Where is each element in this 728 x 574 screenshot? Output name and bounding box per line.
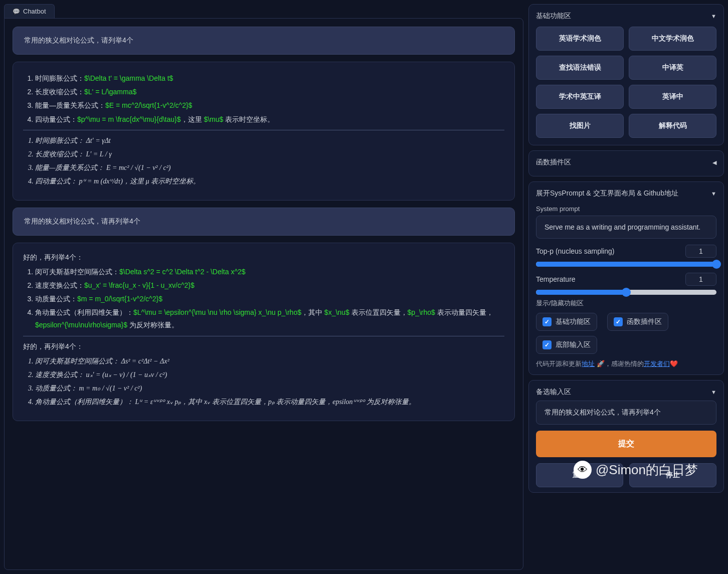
checkbox-bottom-input[interactable]: ✓ 底部输入区 bbox=[536, 336, 597, 354]
submit-button[interactable]: 提交 bbox=[536, 431, 716, 457]
chevron-left-icon: ◀ bbox=[712, 159, 716, 166]
alt-text-input[interactable]: 常用的狭义相对论公式，请再列举4个 bbox=[536, 401, 716, 425]
topp-input[interactable]: 1 bbox=[685, 245, 716, 258]
temperature-label: Temperature bbox=[536, 275, 576, 283]
toggle-section-label: 显示/隐藏功能区 bbox=[536, 299, 716, 308]
system-prompt-input[interactable]: Serve me as a writing and programming as… bbox=[536, 216, 716, 239]
action-button[interactable]: 中译英 bbox=[629, 56, 716, 80]
action-button[interactable]: 学术中英互译 bbox=[536, 85, 624, 109]
rocket-icon: 🚀 bbox=[597, 360, 605, 367]
bot-message: 好的，再列举4个： 闵可夫斯基时空间隔公式：$\Delta s^2 = c^2 … bbox=[13, 243, 515, 421]
action-button[interactable]: 找图片 bbox=[536, 114, 624, 138]
topp-label: Top-p (nucleus sampling) bbox=[536, 247, 614, 255]
heart-icon: ❤️ bbox=[670, 360, 678, 367]
temperature-input[interactable]: 1 bbox=[685, 273, 716, 286]
plugins-panel: 函数插件区 ◀ bbox=[528, 150, 724, 176]
check-icon: ✓ bbox=[614, 317, 623, 326]
action-button[interactable]: 中文学术润色 bbox=[629, 27, 716, 51]
bot-message: 时间膨胀公式：$\Delta t' = \gamma \Delta t$ 长度收… bbox=[13, 62, 515, 201]
stop-button[interactable]: 停止 bbox=[629, 463, 716, 487]
action-button[interactable]: 英译中 bbox=[629, 85, 716, 109]
chat-icon: 💬 bbox=[13, 8, 20, 15]
topp-slider[interactable] bbox=[536, 262, 716, 267]
temperature-slider[interactable] bbox=[536, 290, 716, 295]
system-prompt-label: System prompt bbox=[536, 205, 716, 213]
user-message: 常用的狭义相对论公式，请再列举4个 bbox=[13, 208, 515, 236]
action-button[interactable]: 英语学术润色 bbox=[536, 27, 624, 51]
panel-toggle[interactable]: 函数插件区 ◀ bbox=[536, 156, 716, 171]
check-icon: ✓ bbox=[542, 317, 552, 326]
chevron-down-icon: ▼ bbox=[711, 13, 716, 19]
checkbox-plugins[interactable]: ✓ 函数插件区 bbox=[607, 313, 668, 331]
devs-link[interactable]: 开发者们 bbox=[644, 360, 670, 367]
repo-link[interactable]: 地址 bbox=[582, 360, 595, 367]
check-icon: ✓ bbox=[542, 340, 552, 349]
chat-area: 常用的狭义相对论公式，请列举4个 时间膨胀公式：$\Delta t' = \ga… bbox=[4, 18, 523, 570]
credit-text: 代码开源和更新地址 🚀，感谢热情的开发者们❤️ bbox=[536, 359, 716, 369]
panel-toggle[interactable]: 基础功能区 ▼ bbox=[536, 10, 716, 25]
panel-toggle[interactable]: 展开SysPrompt & 交互界面布局 & Github地址 ▼ bbox=[536, 187, 716, 202]
chevron-down-icon: ▼ bbox=[711, 190, 716, 197]
alt-input-panel: 备选输入区 ▼ 常用的狭义相对论公式，请再列举4个 提交 重置 停止 bbox=[528, 380, 724, 493]
basic-functions-panel: 基础功能区 ▼ 英语学术润色 中文学术润色 查找语法错误 中译英 学术中英互译 … bbox=[528, 4, 724, 145]
user-message: 常用的狭义相对论公式，请列举4个 bbox=[13, 27, 515, 55]
chevron-down-icon: ▼ bbox=[711, 389, 716, 395]
checkbox-basic[interactable]: ✓ 基础功能区 bbox=[536, 313, 597, 331]
action-button[interactable]: 解释代码 bbox=[629, 114, 716, 138]
tab-chatbot[interactable]: 💬 Chatbot bbox=[4, 4, 55, 18]
panel-toggle[interactable]: 备选输入区 ▼ bbox=[536, 386, 716, 401]
action-button[interactable]: 查找语法错误 bbox=[536, 56, 624, 80]
tab-label: Chatbot bbox=[23, 8, 46, 15]
reset-button[interactable]: 重置 bbox=[536, 463, 623, 487]
sysprompt-panel: 展开SysPrompt & 交互界面布局 & Github地址 ▼ System… bbox=[528, 181, 724, 375]
